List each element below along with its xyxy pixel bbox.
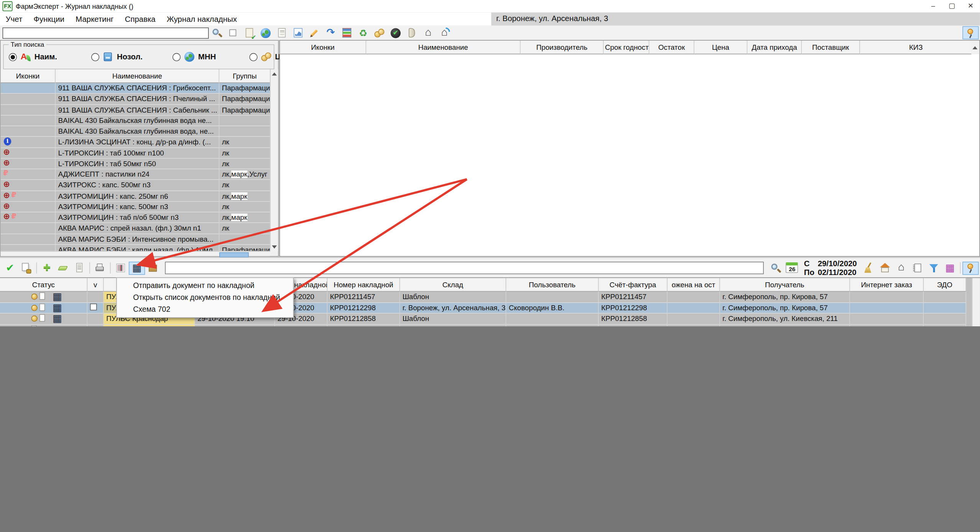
table-row[interactable]: 911 ВАША СЛУЖБА СПАСЕНИЯ : Пчелиный ...П… <box>1 94 270 105</box>
column-header[interactable]: Группы <box>219 69 270 83</box>
calendar-button[interactable]: 26 <box>784 261 800 274</box>
column-header[interactable]: Дата прихода <box>747 41 802 54</box>
menu-uchet[interactable]: Учет <box>0 15 28 23</box>
column-header[interactable]: Склад <box>400 278 506 292</box>
recycle-button[interactable] <box>355 26 371 39</box>
table-row[interactable]: L-ЛИЗИНА ЭСЦИНАТ : конц. д/р-ра д/инф. (… <box>1 137 270 148</box>
pin-button[interactable] <box>962 26 978 39</box>
table-row[interactable]: АЗИТРОМИЦИН : таб п/об 500мг n3лк,марк <box>1 212 270 223</box>
table-row[interactable]: 911 ВАША СЛУЖБА СПАСЕНИЯ : Сабельник ...… <box>1 105 270 115</box>
quick-search-input[interactable] <box>3 27 209 38</box>
home-button[interactable] <box>893 261 909 274</box>
radio-icon[interactable] <box>91 53 99 61</box>
search-button[interactable] <box>209 26 225 39</box>
column-header[interactable]: Интернет заказ <box>850 278 924 292</box>
funnel-button[interactable] <box>926 261 942 274</box>
power-check-button[interactable] <box>387 26 404 39</box>
search-button[interactable] <box>768 261 784 274</box>
column-header[interactable]: Производитель <box>520 41 604 54</box>
table-row[interactable]: 911 ВАША СЛУЖБА СПАСЕНИЯ : Грибкосепт...… <box>1 83 270 94</box>
menu-item-send-document[interactable]: Отправить документ по накладной <box>117 280 293 292</box>
column-header[interactable]: Наименование <box>56 69 219 83</box>
table-row[interactable]: L-ТИРОКСИН : таб 50мкг n50лк <box>1 159 270 169</box>
column-header[interactable]: ожена на ост <box>668 278 720 292</box>
column-header[interactable]: Получатель <box>720 278 850 292</box>
table-row[interactable]: АЗИТРОКС : капс. 500мг n3лк <box>1 180 270 191</box>
radio-mnn[interactable]: МНН <box>172 51 216 62</box>
column-header[interactable]: Поставщик <box>802 41 860 54</box>
chart-button[interactable] <box>290 26 306 39</box>
stock-scroll[interactable] <box>971 41 979 54</box>
scroll-up-icon[interactable] <box>271 69 278 78</box>
receipt-button[interactable] <box>71 261 87 274</box>
printer-button[interactable] <box>92 261 108 274</box>
table-row[interactable]: АКВА МАРИС БЭБИ : капли назал. (фл.) 10м… <box>1 245 270 251</box>
table-row[interactable]: АЗИТРОМИЦИН : капс. 500мг n3лк <box>1 201 270 212</box>
color-stack-button[interactable] <box>339 26 355 39</box>
column-header[interactable]: Пользователь <box>506 278 599 292</box>
home-orange-button[interactable] <box>877 261 893 274</box>
door-button[interactable] <box>404 26 420 39</box>
invoice-search-input[interactable] <box>165 262 764 274</box>
radio-icon[interactable] <box>9 53 17 61</box>
table-row[interactable]: BAIKAL 430 Байкальская глубинная вода, н… <box>1 126 270 137</box>
column-header[interactable]: Статус <box>0 278 87 292</box>
pin-button[interactable] <box>962 261 978 274</box>
redo-button[interactable] <box>322 26 338 39</box>
notebook-button[interactable] <box>909 261 926 274</box>
column-header[interactable]: КИЗ <box>860 41 973 54</box>
table-row[interactable]: Фармкомплект29-10-2020 22:3129-10-2020ФК… <box>0 324 971 326</box>
table-row[interactable]: АЗИТРОМИЦИН : капс. 250мг n6лк,марк <box>1 191 270 201</box>
add-plus-button[interactable] <box>39 261 55 274</box>
column-header[interactable]: Срок годности <box>604 41 649 54</box>
close-button[interactable]: ✕ <box>961 0 980 13</box>
table-row[interactable]: L-ТИРОКСИН : таб 100мкг n100лк <box>1 148 270 159</box>
radio-icon[interactable] <box>250 53 258 61</box>
qr-color-button[interactable] <box>942 261 958 274</box>
radio-naim[interactable]: Наим. <box>9 51 57 62</box>
menu-item-open-doc-list[interactable]: Открыть список документов по накладной <box>117 292 293 304</box>
radio-icon[interactable] <box>172 53 181 61</box>
checkbox-button[interactable] <box>225 26 241 39</box>
column-header[interactable]: Счёт-фактура <box>599 278 667 292</box>
column-header[interactable]: Номер накладной <box>327 278 400 292</box>
radio-nozol[interactable]: Нозол. <box>91 51 143 62</box>
qr-code-button[interactable] <box>129 261 145 274</box>
column-header[interactable]: Наименование <box>366 41 521 54</box>
column-header[interactable]: v <box>87 278 103 292</box>
globe-button[interactable] <box>258 26 274 39</box>
menu-item-schema-702[interactable]: Схема 702 <box>117 304 293 316</box>
column-header[interactable]: ЭДО <box>924 278 966 292</box>
table-row[interactable]: BAIKAL 430 Байкальская глубинная вода не… <box>1 115 270 126</box>
menu-zhurnal[interactable]: Журнал накладных <box>161 15 242 23</box>
product-list-scrollbar[interactable] <box>270 69 278 251</box>
home-wifi-button[interactable] <box>436 26 452 39</box>
menu-marketing[interactable]: Маркетинг <box>70 15 119 23</box>
scroll-up-icon[interactable] <box>971 43 979 52</box>
chkbox-icon[interactable] <box>90 303 98 313</box>
invoice-scrollbar[interactable] <box>972 278 980 326</box>
menu-funkcii[interactable]: Функции <box>28 15 70 23</box>
scroll-down-icon[interactable] <box>271 242 278 251</box>
product-list-hscrollbar[interactable] <box>1 251 270 256</box>
home-button[interactable] <box>420 26 436 39</box>
coins-button[interactable] <box>371 26 387 39</box>
eraser-button[interactable] <box>55 261 71 274</box>
table-row[interactable]: АДЖИСЕПТ : пастилки n24лк,марк,Услуг <box>1 169 270 180</box>
menu-spravka[interactable]: Справка <box>119 15 161 23</box>
package-button[interactable] <box>145 261 161 274</box>
table-row[interactable]: АКВА МАРИС БЭБИ : Интенсивное промыва... <box>1 234 270 245</box>
column-header[interactable]: Остаток <box>649 41 694 54</box>
notes-button[interactable] <box>274 26 290 39</box>
column-header[interactable]: Иконки <box>280 41 366 54</box>
maximize-button[interactable]: ▢ <box>942 0 961 13</box>
broom-button[interactable] <box>860 261 877 274</box>
docs-lock-button[interactable] <box>18 261 34 274</box>
confirm-check-button[interactable] <box>2 261 18 274</box>
column-header[interactable]: Иконки <box>1 69 56 83</box>
minimize-button[interactable]: – <box>924 0 942 13</box>
pencil-button[interactable] <box>306 26 322 39</box>
clipboard-check-button[interactable] <box>241 26 257 39</box>
barcode-button[interactable] <box>113 261 129 274</box>
table-row[interactable]: АКВА МАРИС : спрей назал. (фл.) 30мл n1л… <box>1 223 270 234</box>
